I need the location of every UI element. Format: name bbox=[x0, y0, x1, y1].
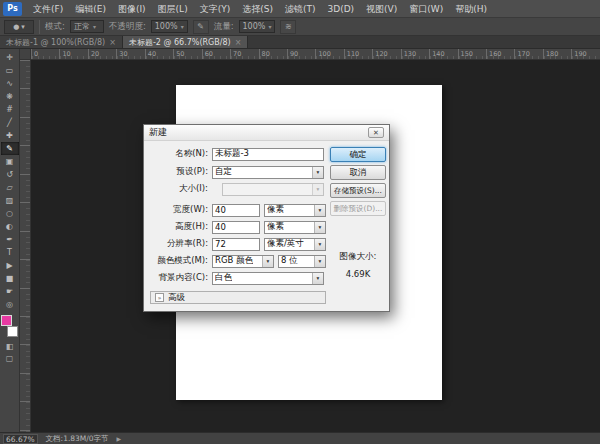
resolution-input[interactable] bbox=[212, 238, 260, 251]
resolution-label: 分辨率(R): bbox=[148, 238, 212, 250]
ruler-label: 70 bbox=[230, 49, 258, 59]
chevron-down-icon: ▾ bbox=[312, 273, 323, 284]
opacity-value: 100% bbox=[155, 22, 178, 31]
tab-untitled-2[interactable]: 未标题-2 @ 66.7%(RGB/8) × bbox=[123, 36, 248, 48]
menu-type[interactable]: 文字(Y) bbox=[194, 0, 237, 18]
resolution-unit-select[interactable]: 像素/英寸 ▾ bbox=[264, 238, 326, 251]
image-size-value: 4.69K bbox=[330, 269, 386, 279]
width-unit-value: 像素 bbox=[267, 204, 284, 216]
chevron-down-icon: ▾ bbox=[21, 23, 25, 31]
mode-select[interactable]: 正常 ▾ bbox=[70, 20, 104, 33]
opacity-select[interactable]: 100% ▾ bbox=[151, 20, 188, 33]
menu-image[interactable]: 图像(I) bbox=[112, 0, 152, 18]
photoshop-logo-text: Ps bbox=[7, 4, 17, 13]
lasso-tool[interactable]: ∿ bbox=[1, 77, 19, 90]
toolbar-bottom-buttons: ◧ ▢ bbox=[1, 340, 19, 364]
ruler-label: 60 bbox=[202, 49, 230, 59]
background-contents-row: 背景内容(C): 白色 ▾ bbox=[148, 271, 328, 285]
tab-close-icon[interactable]: × bbox=[235, 38, 242, 47]
background-contents-label: 背景内容(C): bbox=[148, 272, 212, 284]
dialog-title: 新建 bbox=[149, 126, 167, 139]
menu-filter[interactable]: 滤镜(T) bbox=[279, 0, 322, 18]
rectangular-marquee-tool[interactable]: ▭ bbox=[1, 64, 19, 77]
menu-edit[interactable]: 编辑(E) bbox=[69, 0, 112, 18]
chevron-down-icon: ▾ bbox=[262, 256, 273, 267]
color-mode-row: 颜色模式(M): RGB 颜色 ▾ 8 位 ▾ bbox=[148, 254, 328, 268]
flow-label: 流量: bbox=[214, 21, 234, 33]
type-tool[interactable]: T bbox=[1, 246, 19, 259]
zoom-level-input[interactable]: 66.67% bbox=[3, 434, 38, 444]
color-mode-value: RGB 颜色 bbox=[215, 255, 253, 267]
eyedropper-tool[interactable]: ╱ bbox=[1, 116, 19, 129]
zoom-tool[interactable]: ◎ bbox=[1, 298, 19, 311]
tab-close-icon[interactable]: × bbox=[109, 38, 116, 47]
background-contents-select[interactable]: 白色 ▾ bbox=[212, 272, 324, 285]
cancel-button[interactable]: 取消 bbox=[330, 165, 386, 180]
chevron-down-icon: ▾ bbox=[314, 256, 325, 267]
pen-pressure-glyph: ✎ bbox=[197, 22, 204, 31]
color-mode-select[interactable]: RGB 颜色 ▾ bbox=[212, 255, 274, 268]
pen-pressure-icon[interactable]: ✎ bbox=[193, 20, 209, 34]
name-input[interactable] bbox=[212, 148, 324, 161]
ok-button[interactable]: 确定 bbox=[330, 147, 386, 162]
disclosure-icon: » bbox=[155, 293, 164, 302]
color-mode-label: 颜色模式(M): bbox=[148, 255, 212, 267]
eraser-tool[interactable]: ▱ bbox=[1, 181, 19, 194]
quick-mask-button[interactable]: ◧ bbox=[1, 340, 19, 352]
screen-mode-button[interactable]: ▢ bbox=[1, 352, 19, 364]
vertical-ruler[interactable] bbox=[20, 60, 31, 432]
advanced-section-toggle[interactable]: » 高级 bbox=[150, 291, 326, 304]
tab-untitled-1[interactable]: 未标题-1 @ 100%(RGB/8) × bbox=[0, 36, 123, 48]
history-brush-tool[interactable]: ↺ bbox=[1, 168, 19, 181]
status-options-arrow-icon[interactable]: ▶ bbox=[117, 435, 122, 442]
resolution-row: 分辨率(R): 像素/英寸 ▾ bbox=[148, 237, 328, 251]
tool-preset-picker[interactable]: ● ▾ bbox=[4, 20, 34, 34]
background-color-swatch[interactable] bbox=[7, 326, 18, 337]
shape-tool[interactable]: ■ bbox=[1, 272, 19, 285]
menu-layer[interactable]: 图层(L) bbox=[152, 0, 194, 18]
chevron-down-icon: ▾ bbox=[312, 167, 323, 178]
name-label: 名称(N): bbox=[148, 148, 212, 160]
healing-brush-tool[interactable]: ✚ bbox=[1, 129, 19, 142]
horizontal-ruler[interactable]: 0 10 20 30 40 50 60 70 80 90 100 110 120… bbox=[31, 49, 600, 60]
name-row: 名称(N): bbox=[148, 147, 328, 161]
ruler-label: 160 bbox=[486, 49, 514, 59]
path-selection-tool[interactable]: ▶ bbox=[1, 259, 19, 272]
dialog-titlebar[interactable]: 新建 ✕ bbox=[144, 125, 389, 141]
resolution-unit-value: 像素/英寸 bbox=[267, 238, 304, 250]
ruler-label: 0 bbox=[31, 49, 59, 59]
width-unit-select[interactable]: 像素 ▾ bbox=[264, 204, 326, 217]
pen-tool[interactable]: ✒ bbox=[1, 233, 19, 246]
airbrush-icon[interactable]: ≋ bbox=[280, 20, 296, 34]
height-input[interactable] bbox=[212, 221, 260, 234]
foreground-color-swatch[interactable] bbox=[1, 315, 12, 326]
blur-tool[interactable]: ○ bbox=[1, 207, 19, 220]
save-preset-button[interactable]: 存储预设(S)... bbox=[330, 183, 386, 198]
bit-depth-value: 8 位 bbox=[281, 255, 298, 267]
menu-3d[interactable]: 3D(D) bbox=[321, 0, 360, 18]
close-icon[interactable]: ✕ bbox=[368, 127, 384, 138]
ruler-label: 10 bbox=[59, 49, 87, 59]
flow-select[interactable]: 100% ▾ bbox=[239, 20, 276, 33]
chevron-down-icon: ▾ bbox=[314, 239, 325, 250]
bit-depth-select[interactable]: 8 位 ▾ bbox=[278, 255, 326, 268]
photoshop-logo-icon: Ps bbox=[3, 2, 22, 16]
width-input[interactable] bbox=[212, 204, 260, 217]
move-tool[interactable]: ✛ bbox=[1, 51, 19, 64]
clone-stamp-tool[interactable]: ▣ bbox=[1, 155, 19, 168]
chevron-down-icon: ▾ bbox=[181, 23, 184, 30]
height-unit-select[interactable]: 像素 ▾ bbox=[264, 221, 326, 234]
dodge-tool[interactable]: ◐ bbox=[1, 220, 19, 233]
menu-file[interactable]: 文件(F) bbox=[27, 0, 69, 18]
menu-window[interactable]: 窗口(W) bbox=[403, 0, 449, 18]
menu-help[interactable]: 帮助(H) bbox=[449, 0, 493, 18]
gradient-tool[interactable]: ▨ bbox=[1, 194, 19, 207]
hand-tool[interactable]: ☛ bbox=[1, 285, 19, 298]
brush-tool[interactable]: ✎ bbox=[1, 142, 19, 155]
menu-select[interactable]: 选择(S) bbox=[236, 0, 279, 18]
ruler-label: 50 bbox=[173, 49, 201, 59]
crop-tool[interactable]: # bbox=[1, 103, 19, 116]
menu-view[interactable]: 视图(V) bbox=[360, 0, 403, 18]
quick-selection-tool[interactable]: ❋ bbox=[1, 90, 19, 103]
preset-select[interactable]: 自定 ▾ bbox=[212, 166, 324, 179]
